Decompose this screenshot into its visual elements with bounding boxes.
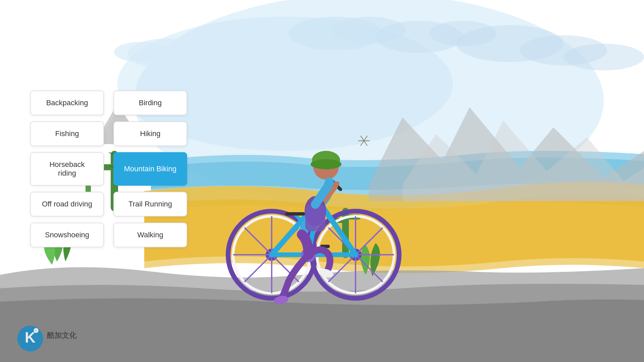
activity-btn-off-road-driving[interactable]: Off road driving [30,192,104,217]
watermark: K + 酷加文化 www.coojia.net [17,325,83,352]
svg-point-68 [311,159,341,169]
svg-text:+: + [35,329,37,332]
activity-btn-backpacking[interactable]: Backpacking [30,90,104,115]
activity-btn-trail-running[interactable]: Trail Running [113,192,187,217]
watermark-url: www.coojia.net [47,341,83,347]
activity-btn-snowshoeing[interactable]: Snowshoeing [30,223,104,247]
svg-point-7 [241,30,295,50]
activity-btn-hiking[interactable]: Hiking [113,121,187,146]
svg-point-5 [114,42,168,62]
activity-panel: BackpackingBirdingFishingHikingHorseback… [30,90,187,247]
activity-btn-mountain-biking[interactable]: Mountain Biking [113,152,187,186]
activity-btn-birding[interactable]: Birding [113,90,187,115]
activity-btn-horseback-riding[interactable]: Horseback riding [30,152,104,186]
activity-btn-fishing[interactable]: Fishing [30,121,104,146]
activity-btn-walking[interactable]: Walking [113,223,187,247]
watermark-brand: 酷加文化 [47,330,83,341]
svg-point-14 [564,44,644,70]
